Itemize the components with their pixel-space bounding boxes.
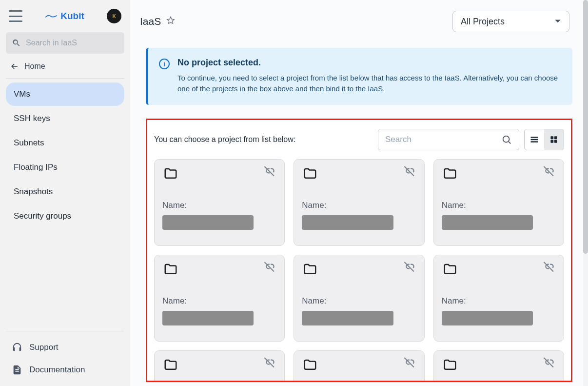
support-link[interactable]: Support — [6, 336, 124, 359]
svg-rect-7 — [554, 140, 557, 142]
brand-wave-icon — [45, 12, 58, 20]
favorite-button[interactable] — [166, 16, 176, 27]
card-name-label: Name: — [162, 201, 276, 210]
svg-rect-4 — [550, 136, 553, 139]
project-dropdown-label: All Projects — [461, 17, 505, 27]
headset-icon — [12, 342, 22, 353]
docs-label: Documentation — [29, 365, 85, 375]
link-off-icon — [543, 260, 556, 275]
documentation-link[interactable]: Documentation — [6, 359, 124, 381]
main: IaaS All Projects i No project selected.… — [130, 0, 583, 386]
link-off-icon — [543, 164, 556, 179]
card-name-label: Name: — [302, 296, 416, 306]
svg-rect-6 — [550, 140, 553, 142]
folder-icon — [442, 358, 458, 374]
support-label: Support — [29, 343, 59, 352]
page-title: IaaS — [140, 16, 161, 27]
star-icon — [166, 16, 176, 25]
scrollbar-track[interactable] — [583, 0, 588, 386]
folder-icon — [162, 166, 179, 183]
project-cards-grid: Name:Name:Name:Name:Name:Name:Name:Name:… — [154, 159, 564, 382]
project-card[interactable]: Name: — [433, 159, 564, 246]
folder-icon — [162, 358, 179, 374]
link-off-icon — [404, 260, 416, 275]
project-card[interactable]: Name: — [433, 255, 564, 342]
card-name-placeholder — [442, 215, 533, 230]
sidebar-item-subnets[interactable]: Subnets — [6, 131, 124, 155]
project-card[interactable]: Name: — [154, 159, 285, 246]
folder-icon — [302, 358, 318, 374]
link-off-icon — [264, 356, 276, 370]
card-name-label: Name: — [442, 201, 556, 210]
project-card[interactable]: Name: — [433, 350, 564, 382]
card-name-placeholder — [162, 215, 254, 230]
card-name-label: Name: — [162, 296, 276, 306]
folder-icon — [442, 166, 458, 183]
alert-body: To continue, you need to select a projec… — [177, 73, 561, 94]
projects-prompt: You can choose a project from list below… — [154, 135, 373, 144]
svg-rect-3 — [531, 141, 538, 142]
grid-view-button[interactable] — [544, 129, 564, 150]
link-off-icon — [404, 164, 416, 179]
scrollbar-thumb[interactable] — [583, 0, 588, 254]
projects-search-input[interactable] — [385, 135, 497, 144]
card-name-placeholder — [302, 311, 393, 325]
sidebar-item-vms[interactable]: VMs — [6, 82, 124, 106]
info-icon: i — [159, 59, 170, 69]
brand-name: Kubit — [60, 11, 84, 21]
sidebar-item-security-groups[interactable]: Security groups — [6, 204, 124, 228]
project-card[interactable]: Name: — [294, 255, 424, 342]
info-alert: i No project selected. To continue, you … — [146, 48, 572, 105]
link-off-icon — [543, 356, 556, 370]
card-name-label: Name: — [442, 296, 556, 306]
card-name-label: Name: — [302, 201, 416, 210]
sidebar-nav: VMsSSH keysSubnetsFloating IPsSnapshotsS… — [6, 79, 124, 229]
document-icon — [12, 365, 22, 375]
svg-rect-2 — [531, 139, 538, 140]
list-icon — [529, 135, 539, 144]
link-off-icon — [404, 356, 416, 370]
back-label: Home — [24, 62, 45, 71]
svg-rect-5 — [554, 136, 557, 139]
folder-icon — [302, 166, 318, 183]
sidebar-item-floating-ips[interactable]: Floating IPs — [6, 156, 124, 179]
brand-logo[interactable]: Kubit — [29, 11, 100, 21]
menu-toggle[interactable] — [9, 10, 22, 22]
project-dropdown[interactable]: All Projects — [452, 11, 569, 32]
card-name-placeholder — [442, 311, 533, 325]
svg-point-0 — [503, 136, 510, 142]
link-off-icon — [264, 164, 276, 179]
view-toggle — [524, 129, 564, 150]
search-icon — [501, 134, 512, 145]
search-icon — [12, 38, 21, 48]
link-off-icon — [264, 260, 276, 275]
back-home[interactable]: Home — [6, 54, 124, 79]
project-card[interactable]: Name: — [154, 255, 285, 342]
grid-icon — [549, 135, 559, 144]
list-view-button[interactable] — [525, 129, 544, 150]
page-header: IaaS All Projects — [130, 0, 583, 34]
card-name-placeholder — [162, 311, 254, 325]
project-card[interactable]: Name: — [294, 350, 424, 382]
svg-rect-1 — [531, 137, 538, 138]
sidebar-search[interactable] — [6, 32, 124, 54]
sidebar-item-snapshots[interactable]: Snapshots — [6, 180, 124, 203]
arrow-left-icon — [10, 61, 20, 71]
projects-search[interactable] — [378, 129, 519, 150]
card-name-placeholder — [302, 215, 393, 230]
sidebar-search-input[interactable] — [26, 39, 118, 47]
projects-panel: You can choose a project from list below… — [146, 119, 572, 382]
alert-title: No project selected. — [177, 58, 561, 68]
user-avatar[interactable]: K — [107, 9, 121, 23]
project-card[interactable]: Name: — [154, 350, 285, 382]
chevron-down-icon — [554, 18, 561, 25]
folder-icon — [442, 262, 458, 279]
sidebar: Kubit K Home VMsSSH keysSubnetsFloating … — [0, 0, 130, 386]
folder-icon — [162, 262, 179, 279]
folder-icon — [302, 262, 318, 279]
project-card[interactable]: Name: — [294, 159, 424, 246]
sidebar-item-ssh-keys[interactable]: SSH keys — [6, 107, 124, 130]
